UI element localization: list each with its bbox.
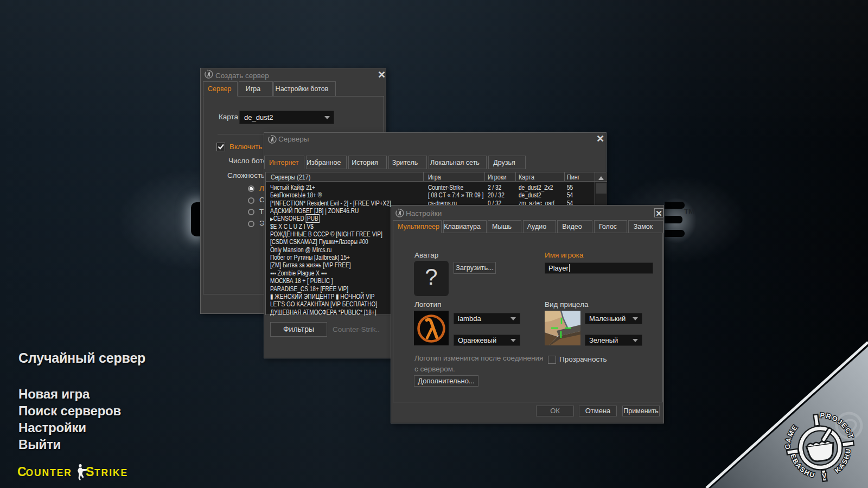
svg-text:TRIKE: TRIKE [94, 467, 128, 478]
svg-text:C: C [17, 465, 27, 479]
svg-text:OUNTER: OUNTER [26, 467, 72, 478]
svg-text:S: S [86, 465, 94, 479]
